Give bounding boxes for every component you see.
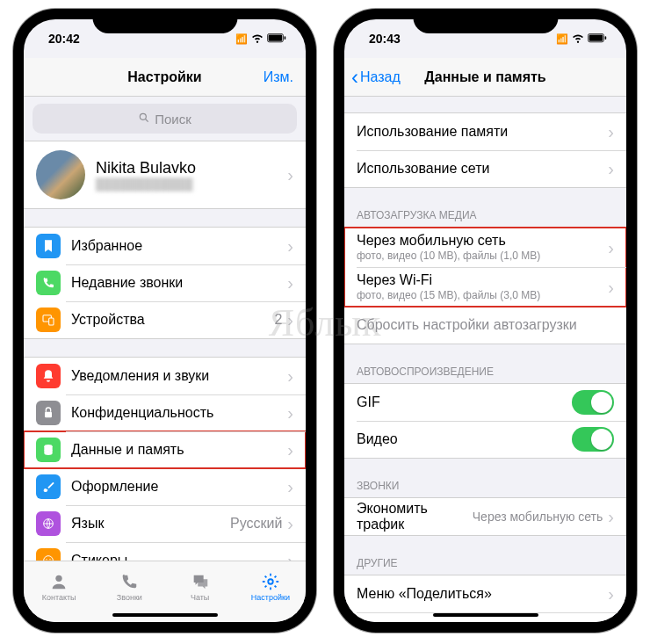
svg-rect-19 bbox=[605, 36, 607, 40]
cellular-row[interactable]: Через мобильную сеть фото, видео (10 MB)… bbox=[344, 228, 626, 267]
toggle-on[interactable] bbox=[572, 390, 614, 415]
section-header-calls: ЗВОНКИ bbox=[344, 476, 626, 497]
bell-icon bbox=[36, 364, 61, 388]
label: Через мобильную сеть bbox=[357, 233, 608, 249]
tab-label: Контакты bbox=[42, 593, 76, 602]
wifi-row[interactable]: Через Wi-Fi фото, видео (15 MB), файлы (… bbox=[344, 267, 626, 307]
search-placeholder: Поиск bbox=[155, 112, 191, 127]
svg-rect-1 bbox=[269, 34, 283, 40]
edit-button[interactable]: Изм. bbox=[264, 69, 293, 85]
label: Использование памяти bbox=[357, 124, 608, 140]
signal-icon: 📶 bbox=[556, 33, 568, 45]
label: Данные и память bbox=[71, 442, 287, 458]
profile-name: Nikita Bulavko bbox=[96, 159, 196, 177]
battery-icon bbox=[588, 33, 607, 45]
chevron-left-icon: ‹ bbox=[351, 65, 358, 90]
storage-usage-row[interactable]: Использование памяти › bbox=[344, 113, 626, 150]
saved-messages-row[interactable]: Избранное › bbox=[24, 228, 306, 264]
reset-autodownload-row[interactable]: Сбросить настройки автозагрузки bbox=[344, 307, 626, 344]
tab-calls[interactable]: Звонки bbox=[94, 561, 164, 611]
chevron-right-icon: › bbox=[608, 585, 614, 603]
appearance-row[interactable]: Оформление › bbox=[24, 468, 306, 505]
home-indicator bbox=[112, 613, 218, 617]
person-icon bbox=[48, 572, 69, 591]
chevron-right-icon: › bbox=[608, 239, 614, 257]
privacy-row[interactable]: Конфиденциальность › bbox=[24, 394, 306, 431]
phone-right: 20:43 📶 ‹ Назад Данные и память Использо… bbox=[334, 9, 637, 633]
chevron-right-icon: › bbox=[608, 160, 614, 177]
back-button[interactable]: ‹ Назад bbox=[351, 65, 401, 90]
bookmark-icon bbox=[36, 234, 61, 258]
section-header-autoplay: АВТОВОСПРОИЗВЕДЕНИЕ bbox=[344, 362, 626, 383]
chevron-right-icon: › bbox=[608, 279, 614, 296]
label: Использование сети bbox=[357, 161, 608, 177]
gif-autoplay-row[interactable]: GIF bbox=[344, 384, 626, 421]
label: Сбросить настройки автозагрузки bbox=[357, 317, 614, 333]
back-label: Назад bbox=[360, 69, 401, 85]
wifi-icon bbox=[572, 32, 584, 46]
profile-sub: ████████████ bbox=[96, 177, 196, 191]
status-time: 20:42 bbox=[48, 32, 80, 46]
svg-rect-18 bbox=[589, 34, 603, 40]
chevron-right-icon: › bbox=[287, 404, 293, 422]
label: Конфиденциальность bbox=[71, 405, 287, 421]
sublabel: фото, видео (15 MB), файлы (3,0 MB) bbox=[357, 289, 608, 301]
video-autoplay-row[interactable]: Видео bbox=[344, 421, 626, 458]
notch bbox=[413, 9, 558, 33]
label: Избранное bbox=[71, 238, 287, 254]
brush-icon bbox=[36, 474, 61, 499]
wifi-icon bbox=[251, 32, 264, 46]
share-menu-row[interactable]: Меню «Поделиться» › bbox=[344, 575, 626, 612]
chevron-right-icon: › bbox=[287, 274, 293, 292]
devices-row[interactable]: Устройства 2 › bbox=[24, 301, 306, 338]
svg-rect-2 bbox=[285, 36, 286, 40]
label: Оформление bbox=[71, 479, 287, 495]
chevron-right-icon: › bbox=[287, 237, 293, 255]
avatar bbox=[36, 150, 85, 199]
label: Видео bbox=[357, 431, 572, 447]
tab-settings[interactable]: Настройки bbox=[235, 561, 306, 611]
svg-point-16 bbox=[268, 579, 273, 584]
section-header-autodownload: АВТОЗАГРУЗКА МЕДИА bbox=[344, 206, 626, 227]
phone-icon bbox=[119, 572, 140, 591]
home-indicator bbox=[433, 613, 538, 617]
data-saver-row[interactable]: Экономить трафик Через мобильную сеть › bbox=[344, 498, 626, 535]
devices-icon bbox=[36, 308, 61, 332]
label: Через Wi-Fi bbox=[357, 272, 608, 288]
profile-row[interactable]: Nikita Bulavko ████████████ › bbox=[24, 141, 306, 209]
tab-label: Настройки bbox=[251, 593, 290, 602]
status-time: 20:43 bbox=[369, 32, 401, 46]
lock-icon bbox=[36, 401, 61, 425]
search-icon bbox=[138, 112, 150, 127]
sublabel: фото, видео (10 MB), файлы (1,0 MB) bbox=[357, 250, 608, 262]
chats-icon bbox=[190, 572, 211, 591]
data-storage-row[interactable]: Данные и память › bbox=[24, 431, 306, 468]
value: Через мобильную сеть bbox=[473, 510, 603, 524]
chevron-right-icon: › bbox=[287, 478, 293, 496]
notifications-row[interactable]: Уведомления и звуки › bbox=[24, 358, 306, 394]
chevron-right-icon: › bbox=[287, 311, 293, 329]
navbar: ‹ Назад Данные и память bbox=[344, 58, 626, 97]
notch bbox=[92, 9, 237, 33]
network-usage-row[interactable]: Использование сети › bbox=[344, 150, 626, 187]
database-icon bbox=[36, 438, 61, 462]
chevron-right-icon: › bbox=[287, 441, 293, 459]
recent-calls-row[interactable]: Недавние звонки › bbox=[24, 264, 306, 301]
phone-icon bbox=[36, 271, 61, 295]
search-input[interactable]: Поиск bbox=[32, 104, 297, 134]
devices-count: 2 bbox=[274, 312, 282, 328]
chevron-right-icon: › bbox=[287, 515, 293, 532]
phone-left: 20:42 📶 Настройки Изм. Поиск bbox=[13, 9, 316, 633]
language-row[interactable]: Язык Русский › bbox=[24, 505, 306, 542]
gear-icon bbox=[260, 572, 281, 591]
chevron-right-icon: › bbox=[608, 508, 614, 525]
chevron-right-icon: › bbox=[608, 123, 614, 141]
label: Экономить трафик bbox=[357, 501, 473, 532]
label: Меню «Поделиться» bbox=[357, 586, 608, 602]
tab-contacts[interactable]: Контакты bbox=[24, 561, 94, 611]
tab-label: Звонки bbox=[117, 593, 142, 602]
label: Язык bbox=[71, 516, 230, 532]
signal-icon: 📶 bbox=[235, 33, 248, 45]
toggle-on[interactable] bbox=[572, 427, 614, 452]
tab-chats[interactable]: Чаты bbox=[165, 561, 235, 611]
